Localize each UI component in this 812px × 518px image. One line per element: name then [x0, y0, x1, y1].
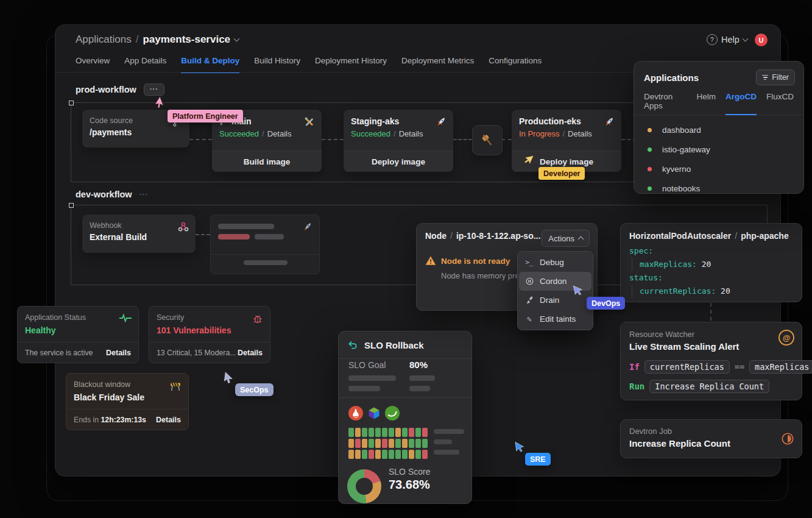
app-name: notebooks	[662, 184, 700, 193]
app-list-item[interactable]: notebooks	[634, 179, 803, 198]
security-value: 101 Vulnerabilities	[157, 325, 263, 335]
page-title: payments-service	[143, 34, 230, 46]
staging-status: Succeeded	[351, 129, 390, 138]
build-tools-icon	[303, 116, 316, 128]
build-image-button[interactable]: Build image	[212, 151, 322, 172]
application-status-label: Application Status	[25, 313, 131, 322]
tab-app-details[interactable]: App Details	[124, 56, 166, 73]
yaml-colon: :	[658, 273, 663, 282]
build-details-link[interactable]: Details	[267, 129, 292, 138]
menu-item-debug[interactable]: >_ Debug	[519, 253, 591, 272]
webhook-card[interactable]: Webhook External Build	[82, 215, 196, 253]
webhook-value: External Build	[90, 232, 188, 242]
production-details-link[interactable]: Details	[568, 129, 592, 138]
filter-button[interactable]: Filter	[756, 69, 795, 85]
rocket-icon	[603, 116, 615, 128]
cursor-developer	[521, 152, 537, 168]
slo-grid	[348, 428, 428, 459]
app-list-item[interactable]: istio-gateway	[634, 140, 803, 159]
breadcrumb-root[interactable]: Applications	[76, 34, 132, 46]
node-separator: /	[450, 231, 453, 241]
pencil-icon: ✎	[524, 314, 534, 324]
staging-details-link[interactable]: Details	[399, 129, 423, 138]
tab-configurations[interactable]: Configurations	[489, 56, 542, 73]
tab-deployment-metrics[interactable]: Deployment Metrics	[401, 56, 474, 73]
slo-grid-cell	[415, 450, 421, 459]
slo-grid-cell	[362, 450, 367, 459]
security-label: Security	[157, 313, 263, 322]
apps-tab-helm[interactable]: Helm	[696, 92, 716, 115]
tab-build-history[interactable]: Build History	[254, 56, 300, 73]
node-actions-button[interactable]: Actions	[542, 230, 590, 247]
tab-build-deploy[interactable]: Build & Deploy	[181, 56, 239, 73]
yaml-colon: :	[648, 246, 653, 255]
brush-icon	[524, 296, 534, 305]
pipeline-connector	[501, 139, 512, 140]
application-status-details-link[interactable]: Details	[106, 349, 131, 357]
pipeline-connector	[196, 234, 210, 235]
status-dot	[648, 147, 652, 152]
menu-item-label: Cordon	[540, 277, 567, 286]
filter-label: Filter	[772, 73, 789, 82]
devtron-job-card[interactable]: Devtron Job Increase Replica Count	[620, 419, 802, 458]
blackout-footer-prefix: Ends in	[74, 416, 99, 424]
slo-grid-cell	[409, 450, 414, 459]
app-list-item[interactable]: dashboard	[634, 120, 803, 140]
node-kind: Node	[425, 231, 447, 241]
security-card[interactable]: Security 101 Vulnerabilities 13 Critical…	[149, 306, 270, 363]
help-icon: ?	[707, 34, 718, 45]
menu-item-label: Edit taints	[540, 314, 576, 324]
slo-panel-title: SLO Rollback	[364, 340, 424, 350]
help-label: Help	[721, 35, 740, 44]
staging-deploy-button[interactable]: Deploy image	[344, 151, 453, 172]
menu-item-edit-taints[interactable]: ✎ Edit taints	[519, 310, 591, 328]
tab-deployment-history[interactable]: Deployment History	[315, 56, 387, 73]
slo-grid-cell	[389, 428, 394, 437]
staging-pipeline-card[interactable]: Staging-aks Succeeded / Details Deploy i…	[344, 110, 453, 172]
approval-gate[interactable]	[472, 125, 503, 155]
tab-overview[interactable]: Overview	[76, 56, 110, 73]
badge-devops: DevOps	[587, 297, 625, 310]
action-chip: Increase Replica Count	[649, 380, 769, 393]
app-list-item[interactable]: kyverno	[634, 159, 803, 179]
slo-grid-cell	[369, 428, 374, 437]
node-warning-title: Node is not ready	[441, 257, 510, 266]
badge-developer: Developer	[538, 167, 585, 180]
canvas-handle[interactable]	[69, 203, 74, 208]
workflow-menu-button[interactable]: ···	[139, 190, 149, 199]
run-keyword: Run	[629, 381, 644, 391]
security-details-link[interactable]: Details	[238, 349, 263, 357]
apps-tab-argocd[interactable]: ArgoCD	[726, 92, 757, 115]
application-status-card[interactable]: Application Status Healthy The service i…	[17, 306, 139, 363]
slo-score-value: 73.68%	[389, 478, 430, 492]
blackout-window-card[interactable]: Blackout window Black Friday Sale Ends i…	[66, 373, 189, 430]
badge-platform-engineer: Platform Engineer	[168, 110, 243, 122]
bug-icon	[252, 313, 264, 325]
if-keyword: If	[629, 362, 640, 372]
slo-grid-cell	[402, 450, 408, 459]
apps-tab-devtron[interactable]: Devtron Apps	[644, 92, 687, 115]
hpa-name: php-apache	[741, 231, 789, 241]
breadcrumb: Applications / payments-service	[76, 34, 239, 46]
slo-grid-cell	[348, 439, 354, 448]
canvas-handle[interactable]	[69, 101, 74, 105]
chevron-down-icon[interactable]	[234, 36, 240, 42]
gavel-icon	[479, 132, 495, 148]
slo-grid-cell	[375, 450, 381, 459]
yaml-value: 20	[721, 286, 730, 296]
operator: ==	[735, 362, 744, 372]
hpa-kind: HorizontalPodAutoscaler	[629, 231, 731, 241]
help-menu[interactable]: ? Help	[707, 34, 747, 45]
chevron-up-icon	[578, 236, 584, 243]
avatar[interactable]: U	[755, 34, 768, 46]
workflow-menu-button[interactable]: ···	[144, 83, 164, 96]
job-title: Increase Replica Count	[629, 438, 793, 449]
slo-grid-cell	[355, 428, 361, 437]
slo-goal-label: SLO Goal	[348, 360, 386, 370]
apps-tab-fluxcd[interactable]: FluxCD	[766, 92, 794, 115]
slo-grid-cell	[395, 439, 401, 448]
hpa-separator: /	[735, 231, 737, 241]
watcher-condition-row: If currentReplicas == maxReplicas	[629, 360, 812, 374]
blackout-details-link[interactable]: Details	[156, 416, 181, 424]
prod-workflow-title: prod-workflow	[76, 85, 136, 94]
